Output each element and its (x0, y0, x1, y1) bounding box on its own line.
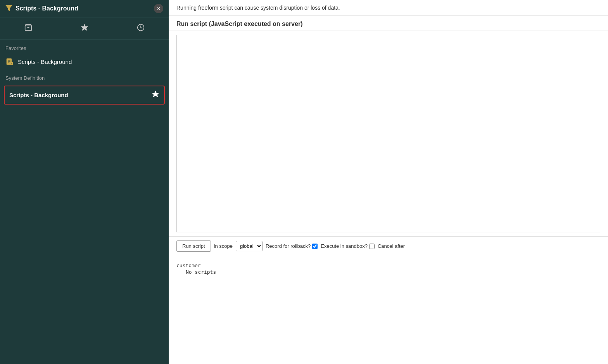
system-def-label: System Definition (0, 70, 169, 83)
tab-recent[interactable] (134, 22, 148, 35)
sidebar: Scripts - Background × Favorites (0, 0, 169, 364)
sidebar-active-item-scripts-bg[interactable]: Scripts - Background (4, 86, 165, 105)
run-script-button[interactable]: Run script (176, 240, 211, 252)
in-scope-label: in scope (214, 243, 233, 249)
output-area: customer No scripts (169, 256, 608, 282)
sidebar-header-left: Scripts - Background (5, 5, 78, 12)
sandbox-label: Execute in sandbox? (321, 243, 368, 249)
scope-select[interactable]: global local (236, 241, 263, 251)
favorites-label: Favorites (0, 40, 169, 53)
controls-bar: Run script in scope global local Record … (169, 236, 608, 256)
output-line-2: No scripts (186, 269, 600, 275)
sidebar-title: Scripts - Background (16, 5, 78, 12)
record-rollback-group: Record for rollback? (266, 243, 318, 249)
sidebar-fav-item-label: Scripts - Background (18, 58, 72, 65)
sidebar-tabs (0, 17, 169, 40)
script-textarea[interactable] (177, 35, 600, 232)
filter-icon (5, 5, 12, 12)
close-button[interactable]: × (154, 4, 163, 13)
section-title: Run script (JavaScript executed on serve… (169, 16, 608, 31)
sidebar-header: Scripts - Background × (0, 0, 169, 17)
sandbox-checkbox[interactable] (369, 244, 375, 249)
tab-favorites[interactable] (78, 22, 92, 35)
script-editor-area[interactable] (176, 35, 600, 232)
main-content: Running freeform script can cause system… (169, 0, 608, 364)
output-line-1: customer (176, 263, 600, 268)
warning-text: Running freeform script can cause system… (169, 0, 608, 16)
tab-archive[interactable] (21, 22, 35, 35)
record-rollback-label: Record for rollback? (266, 243, 311, 249)
cancel-after-label: Cancel after (378, 243, 405, 249)
sandbox-group: Execute in sandbox? (321, 243, 375, 249)
script-list-icon (5, 57, 14, 66)
sidebar-active-item-label: Scripts - Background (9, 92, 68, 98)
svg-marker-0 (5, 5, 12, 11)
svg-rect-1 (25, 26, 31, 31)
sidebar-item-scripts-bg-fav[interactable]: Scripts - Background (0, 53, 169, 70)
svg-marker-11 (152, 91, 159, 97)
sidebar-active-item-star[interactable] (152, 90, 159, 100)
record-rollback-checkbox[interactable] (312, 244, 318, 249)
svg-marker-3 (81, 24, 88, 31)
